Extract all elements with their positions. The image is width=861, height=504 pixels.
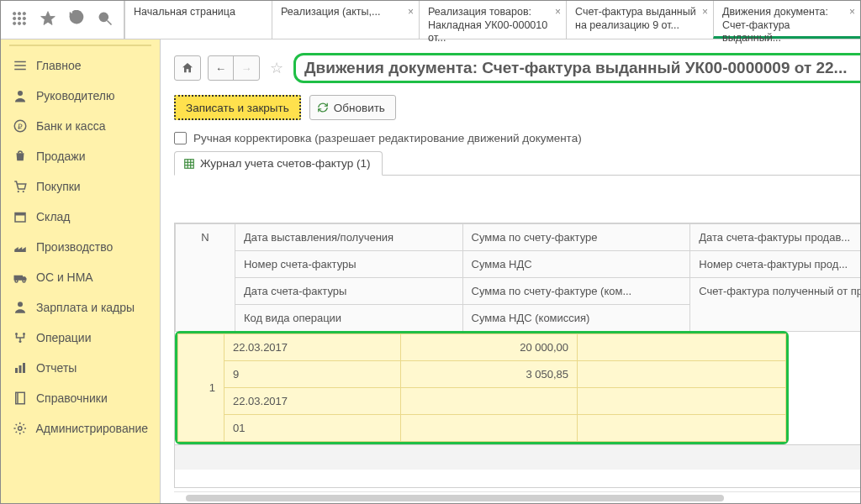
history-icon[interactable]	[68, 10, 85, 29]
manual-edit-checkbox[interactable]	[174, 132, 187, 144]
sidebar-item-main[interactable]: Главное	[4, 51, 156, 80]
svg-rect-30	[23, 363, 25, 373]
col-header[interactable]: Сумма НДС	[462, 251, 690, 278]
tab-invoice-issued[interactable]: Счет-фактура выданный на реализацию 9 от…	[566, 1, 713, 39]
tab-invoice-journal[interactable]: Журнал учета счетов-фактур (1)	[174, 151, 383, 176]
horizontal-scrollbar[interactable]	[174, 491, 861, 503]
star-icon[interactable]	[40, 10, 56, 29]
favorite-icon[interactable]: ☆	[267, 59, 287, 77]
col-header[interactable]: Дата выставления/получения	[235, 224, 462, 251]
svg-point-9	[99, 13, 108, 21]
page-title: Движения документа: Счет-фактура выданны…	[293, 53, 861, 83]
close-icon[interactable]: ×	[702, 6, 708, 18]
table-row[interactable]: 1 22.03.2017 20 000,00 9 3 050,85 22.03.…	[177, 333, 786, 442]
content-area: ← → ☆ Движения документа: Счет-фактура в…	[161, 39, 861, 503]
cell	[401, 388, 578, 415]
col-header[interactable]: Счет-фактура полученный от продавца	[690, 278, 861, 332]
svg-point-6	[13, 22, 16, 24]
tab-realization[interactable]: Реализация (акты,...×	[272, 1, 419, 39]
svg-point-18	[23, 191, 24, 192]
apps-icon[interactable]	[11, 10, 28, 29]
sidebar-item-purchases[interactable]: Покупки	[4, 172, 156, 201]
data-grid: N Дата выставления/получения Сумма по сч…	[174, 223, 861, 488]
cell	[401, 415, 578, 442]
col-header[interactable]: Сумма НДС (комиссия)	[462, 305, 690, 332]
system-icons	[1, 1, 124, 39]
svg-rect-20	[15, 213, 25, 216]
back-button[interactable]: ←	[209, 56, 234, 80]
col-header[interactable]: N	[176, 224, 235, 332]
selected-row-highlight: 1 22.03.2017 20 000,00 9 3 050,85 22.03.…	[175, 331, 789, 444]
home-button[interactable]	[174, 55, 201, 81]
svg-point-26	[23, 333, 25, 335]
svg-point-23	[23, 280, 25, 282]
grid-header: N Дата выставления/получения Сумма по сч…	[175, 223, 861, 332]
register-tabs: Журнал учета счетов-фактур (1)	[174, 151, 861, 176]
cell	[578, 334, 786, 361]
sidebar-item-admin[interactable]: Администрирование	[4, 414, 156, 443]
tab-start-page[interactable]: Начальная страница	[124, 1, 272, 39]
svg-point-17	[18, 191, 19, 192]
grid-empty-area	[175, 444, 861, 470]
svg-point-0	[13, 13, 16, 15]
sidebar-item-assets[interactable]: ОС и НМА	[4, 263, 156, 291]
sidebar-item-production[interactable]: Производство	[4, 233, 156, 261]
cell	[578, 361, 786, 388]
sidebar-item-catalogs[interactable]: Справочники	[4, 384, 156, 412]
col-header[interactable]: Номер счета-фактуры	[235, 251, 462, 278]
nav-buttons: ← →	[208, 55, 260, 81]
sidebar-item-reports[interactable]: Отчеты	[4, 354, 156, 382]
close-icon[interactable]: ×	[555, 6, 561, 18]
col-header[interactable]: Код вида операции	[235, 305, 462, 332]
search-icon[interactable]	[97, 10, 114, 29]
svg-point-14	[18, 91, 23, 96]
sidebar-item-label: Главное	[36, 59, 82, 72]
svg-rect-34	[185, 159, 194, 168]
cell	[578, 415, 786, 442]
svg-rect-28	[15, 368, 18, 373]
sidebar-item-label: Производство	[36, 240, 113, 254]
svg-line-10	[108, 21, 112, 25]
svg-text:₽: ₽	[18, 123, 23, 131]
svg-rect-11	[14, 61, 26, 63]
svg-point-2	[23, 13, 25, 15]
sidebar-item-label: Склад	[36, 210, 71, 223]
svg-point-3	[13, 17, 16, 19]
forward-button[interactable]: →	[234, 56, 259, 80]
sidebar-item-salary[interactable]: Зарплата и кадры	[4, 293, 156, 322]
sidebar-item-operations[interactable]: Операции	[4, 323, 156, 352]
svg-point-8	[23, 22, 25, 24]
col-header[interactable]: Номер счета-фактуры прод...	[690, 251, 861, 278]
tab-realization-goods[interactable]: Реализация товаров: Накладная УК00-00001…	[419, 1, 566, 39]
close-icon[interactable]: ×	[849, 6, 855, 18]
sidebar-item-warehouse[interactable]: Склад	[4, 202, 156, 231]
col-header[interactable]: Дата счета-фактуры продав...	[690, 224, 861, 251]
svg-point-7	[18, 22, 20, 24]
svg-point-22	[15, 280, 18, 282]
sidebar-item-label: ОС и НМА	[36, 270, 93, 284]
cell: 9	[224, 361, 401, 388]
tab-document-movements[interactable]: Движения документа: Счет-фактура выданны…	[713, 1, 860, 39]
svg-point-33	[18, 427, 22, 430]
sidebar-item-label: Справочники	[36, 391, 108, 405]
sidebar-item-label: Зарплата и кадры	[36, 301, 135, 314]
close-icon[interactable]: ×	[408, 6, 414, 18]
sidebar-item-bank[interactable]: ₽Банк и касса	[4, 112, 156, 140]
cell-n: 1	[178, 334, 224, 442]
col-header[interactable]: Сумма по счету-фактуре	[462, 224, 690, 251]
manual-edit-label: Ручная корректировка (разрешает редактир…	[193, 132, 582, 144]
svg-rect-29	[19, 365, 22, 373]
col-header[interactable]: Сумма по счету-фактуре (ком...	[462, 278, 690, 305]
refresh-button[interactable]: Обновить	[309, 95, 396, 120]
sidebar-item-label: Руководителю	[36, 89, 114, 102]
save-and-close-button[interactable]: Записать и закрыть	[174, 95, 301, 120]
svg-rect-13	[14, 69, 26, 71]
svg-rect-12	[14, 65, 26, 66]
cell: 01	[224, 415, 401, 442]
sidebar-item-label: Продажи	[36, 150, 85, 163]
sidebar-item-sales[interactable]: Продажи	[4, 142, 156, 171]
col-header[interactable]: Дата счета-фактуры	[235, 278, 462, 305]
sidebar-item-manager[interactable]: Руководителю	[4, 81, 156, 110]
document-tabs: Начальная страница Реализация (акты,...×…	[124, 1, 860, 39]
sidebar-item-label: Администрирование	[36, 422, 149, 435]
